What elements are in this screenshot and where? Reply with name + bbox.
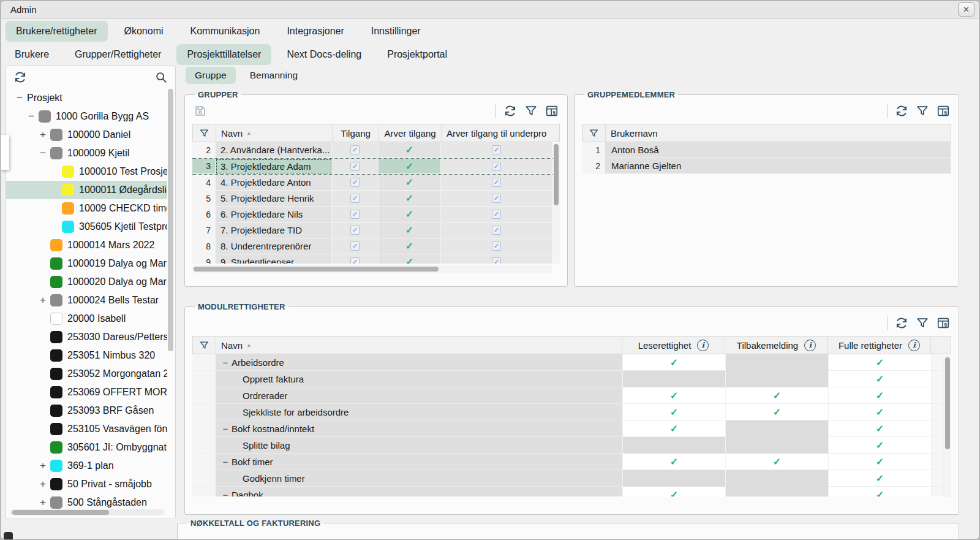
tilbakemelding-cell[interactable] (726, 420, 829, 437)
column-header-tilgang[interactable]: Tilgang (333, 124, 379, 142)
tilbakemelding-cell[interactable] (726, 487, 829, 496)
checkbox-checked[interactable]: ✓ (350, 210, 360, 219)
column-header-fulle-rettigheter[interactable]: Fulle rettigheteri (828, 337, 931, 354)
tree-item[interactable]: +500 Stångåstaden (6, 493, 167, 510)
collapse-icon[interactable]: − (219, 424, 232, 434)
tab-kommunikasjon[interactable]: Kommunikasjon (180, 21, 271, 42)
tab--konomi[interactable]: Økonomi (114, 21, 174, 42)
column-header-navn[interactable]: Navn▲ (216, 337, 622, 354)
fulle-rettigheter-cell[interactable]: ✓ (829, 470, 932, 487)
grupper-horizontal-scrollbar[interactable] (192, 265, 552, 273)
checkbox-checked[interactable]: ✓ (350, 178, 360, 187)
filter-icon[interactable] (524, 104, 538, 118)
subtab-prosjektportal[interactable]: Prosjektportal (377, 44, 458, 65)
tree-horizontal-scrollbar[interactable] (10, 509, 164, 515)
checkbox-checked[interactable]: ✓ (492, 194, 501, 203)
column-header-tilbakemelding[interactable]: Tilbakemeldingi (725, 337, 828, 354)
tilbakemelding-cell[interactable]: ✓ (726, 454, 829, 470)
refresh-icon[interactable] (895, 104, 908, 118)
tree-item[interactable]: 10009 CHECKD timer (6, 199, 167, 218)
expand-icon[interactable]: + (36, 478, 50, 490)
checkbox-checked[interactable]: ✓ (350, 226, 360, 235)
fulle-rettigheter-cell[interactable]: ✓ (829, 420, 932, 437)
expand-icon[interactable]: + (36, 496, 50, 509)
member-row[interactable]: 2Marianne Gjelten (582, 158, 951, 174)
tree-item[interactable]: 1000011 Ødegårdslia 4 (6, 181, 167, 199)
module-row[interactable]: Sjekkliste for arbeidsordre✓✓✓ (192, 404, 944, 420)
collapse-icon[interactable]: − (219, 490, 232, 497)
collapse-icon[interactable]: − (219, 357, 232, 368)
collapse-icon[interactable]: − (36, 147, 50, 159)
subtab-next-docs-deling[interactable]: Next Docs-deling (276, 44, 372, 65)
info-icon[interactable]: i (697, 340, 709, 351)
tree-item[interactable]: −1000009 Kjetil (6, 144, 167, 162)
tilbakemelding-cell[interactable]: ✓ (726, 387, 829, 404)
checkbox-checked[interactable]: ✓ (492, 145, 501, 154)
fulle-rettigheter-cell[interactable]: ✓ (829, 487, 932, 496)
tree-item[interactable]: 253105 Vasavägen fönster (6, 420, 167, 438)
column-header-brukernavn[interactable]: Brukernavn (606, 124, 951, 142)
checkbox-checked[interactable]: ✓ (492, 178, 501, 187)
module-row[interactable]: Ordrerader✓✓✓ (192, 387, 944, 404)
side-panel-handle[interactable] (1, 135, 9, 170)
expand-icon[interactable]: + (36, 460, 50, 472)
tree-item[interactable]: +1000024 Bells Testar (6, 291, 167, 310)
fulle-rettigheter-cell[interactable]: ✓ (829, 404, 932, 420)
close-button[interactable]: ✕ (958, 2, 974, 17)
module-row[interactable]: Opprett faktura✓ (192, 371, 944, 387)
viewtab-bemanning[interactable]: Bemanning (241, 67, 307, 84)
column-header-arver-underprosjekt[interactable]: Arver tilgang til underpro (442, 124, 559, 142)
tree-vertical-scrollbar[interactable] (168, 89, 173, 506)
save-icon[interactable] (194, 104, 207, 118)
tree-item[interactable]: +100000 Daniel (6, 126, 167, 144)
group-row[interactable]: 22. Användare (Hantverka...✓✓✓ (192, 142, 552, 158)
collapse-icon[interactable]: − (24, 110, 39, 123)
checkbox-checked[interactable]: ✓ (492, 162, 501, 171)
checkbox-checked[interactable]: ✓ (492, 210, 501, 219)
checkbox-checked[interactable]: ✓ (492, 257, 501, 264)
checkbox-checked[interactable]: ✓ (350, 162, 360, 171)
module-row[interactable]: −Dagbok✓✓ (192, 487, 944, 496)
column-header-arver-tilgang[interactable]: Arver tilgang (379, 124, 442, 142)
filter-icon[interactable] (916, 316, 929, 330)
collapse-icon[interactable]: − (12, 92, 27, 104)
fulle-rettigheter-cell[interactable]: ✓ (829, 454, 932, 470)
checkbox-checked[interactable]: ✓ (350, 194, 360, 203)
group-row[interactable]: 44. Projektledare Anton✓✓✓ (192, 175, 552, 191)
tree-item[interactable]: 20000 Isabell (6, 310, 167, 328)
checkbox-checked[interactable]: ✓ (350, 241, 360, 251)
fulle-rettigheter-cell[interactable]: ✓ (829, 437, 932, 454)
leserettighet-cell[interactable] (623, 437, 726, 454)
subtab-prosjekttillatelser[interactable]: Prosjekttillatelser (176, 44, 271, 65)
leserettighet-cell[interactable] (623, 371, 726, 387)
tree-item[interactable]: +369-1 plan (6, 457, 167, 475)
column-chooser-icon[interactable]: 5 (937, 104, 950, 118)
refresh-icon[interactable] (13, 70, 27, 84)
leserettighet-cell[interactable]: ✓ (623, 487, 726, 496)
tree-item[interactable]: 1000019 Dalya og Marianne (6, 254, 167, 273)
checkbox-checked[interactable]: ✓ (492, 226, 501, 235)
tab-brukere-rettigheter[interactable]: Brukere/rettigheter (6, 21, 108, 42)
fulle-rettigheter-cell[interactable]: ✓ (829, 354, 932, 371)
info-icon[interactable]: i (908, 340, 920, 351)
refresh-icon[interactable] (503, 104, 517, 118)
info-icon[interactable]: i (804, 340, 816, 351)
group-row[interactable]: 66. Projektledare Nils✓✓✓ (192, 207, 552, 222)
tree-item[interactable]: 1000014 Mars 2022 (6, 236, 167, 254)
filter-row-icon[interactable] (193, 124, 216, 142)
column-header-leserettighet[interactable]: Leserettigheti (622, 337, 725, 354)
subtab-brukere[interactable]: Brukere (4, 44, 59, 65)
group-row[interactable]: 88. Underentreprenörer✓✓✓ (192, 238, 552, 254)
tree-item[interactable]: 253051 Nimbus 320 (6, 346, 167, 365)
checkbox-checked[interactable]: ✓ (350, 257, 360, 264)
tree-item[interactable]: +50 Privat - småjobb (6, 475, 167, 493)
filter-row-icon[interactable] (582, 124, 606, 142)
column-header-navn[interactable]: Navn▲ (216, 124, 333, 142)
tree-item[interactable]: 253052 Morgongatan 22, (6, 365, 167, 383)
module-row[interactable]: −Bokf kostnad/inntekt✓✓ (192, 420, 944, 437)
tilbakemelding-cell[interactable]: ✓ (726, 404, 829, 420)
leserettighet-cell[interactable]: ✓ (623, 404, 726, 420)
modulrettigheter-vertical-scrollbar[interactable] (944, 355, 951, 497)
member-row[interactable]: 1Anton Boså (582, 142, 951, 158)
leserettighet-cell[interactable]: ✓ (623, 354, 726, 371)
